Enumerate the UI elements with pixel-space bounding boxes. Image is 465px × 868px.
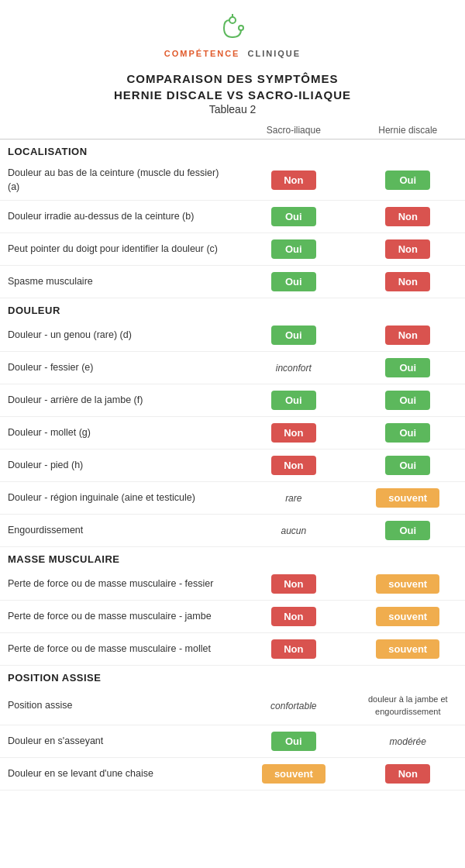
badge-oui: Oui xyxy=(385,423,430,443)
sacro-cell: souvent xyxy=(236,757,350,790)
badge-non: Non xyxy=(385,764,430,784)
logo-icon xyxy=(8,14,457,46)
cell-text-plain: modérée xyxy=(390,736,426,747)
table-row: Douleur - région inguinale (aine et test… xyxy=(0,482,465,515)
title-line2: HERNIE DISCALE VS SACRO-ILIAQUE xyxy=(114,88,351,102)
table-row: Peut pointer du doigt pour identifier la… xyxy=(0,233,465,266)
badge-non: Non xyxy=(271,170,316,190)
col-header-label xyxy=(0,120,236,140)
sacro-cell: Oui xyxy=(236,725,350,757)
badge-oui: Oui xyxy=(385,358,430,377)
sacro-cell: Oui xyxy=(236,384,350,417)
section-header-2: MASSE MUSCULAIRE xyxy=(0,547,465,569)
hernie-cell: Oui xyxy=(351,384,465,417)
row-label: Spasme musculaire xyxy=(0,266,236,298)
badge-non: Non xyxy=(385,207,430,226)
cell-text-plain: rare xyxy=(285,493,301,504)
table-row: Douleur - arrière de la jambe (f)OuiOui xyxy=(0,384,465,417)
hernie-cell: souvent xyxy=(351,568,465,601)
sacro-cell: confortable xyxy=(236,687,350,725)
badge-non: Non xyxy=(385,326,430,345)
hernie-cell: Non xyxy=(351,201,465,233)
table-row: Position assiseconfortabledouleur à la j… xyxy=(0,687,465,725)
subtitle: Tableau 2 xyxy=(16,103,450,115)
table-row: Perte de force ou de masse musculaire - … xyxy=(0,568,465,601)
row-label: Peut pointer du doigt pour identifier la… xyxy=(0,233,236,266)
sacro-cell: Oui xyxy=(236,266,350,298)
table-row: Douleur - mollet (g)NonOui xyxy=(0,417,465,450)
table-row: EngourdissementaucunOui xyxy=(0,515,465,547)
svg-point-2 xyxy=(239,26,243,29)
hernie-cell: Non xyxy=(351,266,465,298)
brand-name: COMPÉTENCE CLINIQUE xyxy=(8,49,457,58)
badge-oui: Oui xyxy=(385,456,430,475)
sacro-cell: Oui xyxy=(236,201,350,233)
brand-part1: COMPÉTENCE xyxy=(164,49,240,58)
section-title: MASSE MUSCULAIRE xyxy=(0,547,465,569)
hernie-cell: douleur à la jambe et engourdissement xyxy=(351,687,465,725)
badge-non: Non xyxy=(271,574,316,594)
sacro-cell: Oui xyxy=(236,319,350,352)
table-row: Spasme musculaireOuiNon xyxy=(0,266,465,298)
sacro-cell: aucun xyxy=(236,515,350,547)
table-row: Perte de force ou de masse musculaire - … xyxy=(0,633,465,666)
section-title: POSITION ASSISE xyxy=(0,666,465,687)
svg-point-0 xyxy=(229,17,236,23)
sacro-cell: Non xyxy=(236,568,350,601)
sacro-cell: Non xyxy=(236,450,350,482)
cell-text-plain: inconfort xyxy=(276,363,312,374)
section-title: DOULEUR xyxy=(0,298,465,320)
row-label: Perte de force ou de masse musculaire - … xyxy=(0,568,236,601)
sacro-cell: inconfort xyxy=(236,352,350,384)
table-row: Douleur - un genou (rare) (d)OuiNon xyxy=(0,319,465,352)
table-row: Douleur irradie au-dessus de la ceinture… xyxy=(0,201,465,233)
row-label: Perte de force ou de masse musculaire - … xyxy=(0,633,236,666)
hernie-cell: Oui xyxy=(351,160,465,201)
row-label: Douleur au bas de la ceinture (muscle du… xyxy=(0,160,236,201)
row-label: Douleur irradie au-dessus de la ceinture… xyxy=(0,201,236,233)
section-header-3: POSITION ASSISE xyxy=(0,666,465,687)
badge-oui: Oui xyxy=(271,326,316,345)
col-header-hernie: Hernie discale xyxy=(351,120,465,140)
section-header-1: DOULEUR xyxy=(0,298,465,320)
cell-text-plain: confortable xyxy=(270,701,316,711)
hernie-cell: Oui xyxy=(351,515,465,547)
badge-non: Non xyxy=(271,639,316,659)
badge-oui: Oui xyxy=(385,170,430,190)
row-label: Douleur - fessier (e) xyxy=(0,352,236,384)
sacro-cell: Oui xyxy=(236,233,350,266)
badge-souvent: souvent xyxy=(376,639,439,659)
badge-souvent: souvent xyxy=(376,574,439,594)
header: COMPÉTENCE CLINIQUE xyxy=(0,0,465,64)
main-title: COMPARAISON DES SYMPTÔMES HERNIE DISCALE… xyxy=(16,71,450,103)
badge-oui: Oui xyxy=(271,391,316,410)
table-row: Douleur en se levant d'une chaisesouvent… xyxy=(0,757,465,790)
badge-oui: Oui xyxy=(271,239,316,259)
table-row: Douleur en s'asseyantOuimodérée xyxy=(0,725,465,757)
badge-non: Non xyxy=(385,239,430,259)
badge-non: Non xyxy=(271,456,316,475)
row-label: Douleur - région inguinale (aine et test… xyxy=(0,482,236,515)
sacro-cell: Non xyxy=(236,633,350,666)
sacro-cell: Non xyxy=(236,601,350,633)
row-label: Douleur - pied (h) xyxy=(0,450,236,482)
table-row: Douleur - fessier (e)inconfortOui xyxy=(0,352,465,384)
table-row: Douleur - pied (h)NonOui xyxy=(0,450,465,482)
col-header-sacro: Sacro-iliaque xyxy=(236,120,350,140)
badge-oui: Oui xyxy=(385,521,430,540)
hernie-cell: Oui xyxy=(351,352,465,384)
section-header-0: LOCALISATION xyxy=(0,140,465,161)
badge-oui: Oui xyxy=(271,272,316,291)
table-row: Perte de force ou de masse musculaire - … xyxy=(0,601,465,633)
hernie-cell: souvent xyxy=(351,633,465,666)
badge-oui: Oui xyxy=(271,207,316,226)
hernie-cell: Non xyxy=(351,233,465,266)
row-label: Douleur - un genou (rare) (d) xyxy=(0,319,236,352)
badge-souvent: souvent xyxy=(262,764,326,784)
sacro-cell: Non xyxy=(236,417,350,450)
hernie-cell: Non xyxy=(351,757,465,790)
brand-part2: CLINIQUE xyxy=(248,49,301,58)
row-label: Perte de force ou de masse musculaire - … xyxy=(0,601,236,633)
badge-souvent: souvent xyxy=(376,488,439,508)
hernie-cell: Oui xyxy=(351,450,465,482)
